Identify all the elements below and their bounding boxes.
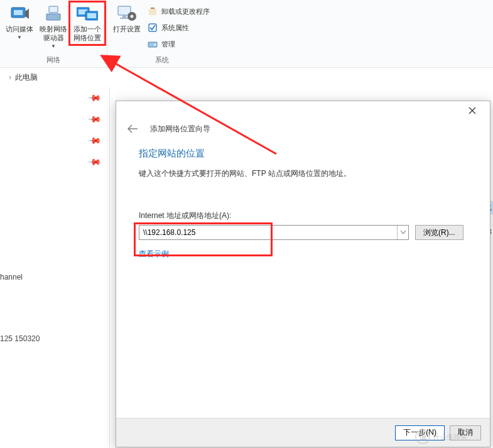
pin-icon: 📌 (87, 133, 109, 155)
wizard-dialog: 添加网络位置向导 指定网站的位置 键入这个快捷方式要打开的网站、FTP 站点或网… (116, 101, 490, 447)
dialog-title: 添加网络位置向导 (150, 124, 210, 134)
pin-icon: 📌 (87, 111, 109, 133)
manage-icon (148, 39, 158, 49)
ribbon-group-system: 打开设置 卸载或更改程序 系统属性 管理 系统 (107, 3, 216, 67)
svg-rect-8 (87, 13, 96, 18)
chevron-down-icon (401, 231, 406, 234)
network-drive-icon (44, 4, 63, 24)
chevron-down-icon: ▼ (17, 35, 22, 40)
svg-rect-3 (49, 6, 58, 13)
ribbon-group-system-label: 系统 (110, 54, 214, 67)
example-link[interactable]: 查看示例 (139, 249, 169, 258)
chevron-right-icon: › (9, 73, 11, 82)
settings-icon (117, 4, 137, 24)
ribbon-group-network: 访问媒体 ▼ 映射网络驱动器 ▼ 添加一个网络位置 网络 (0, 3, 107, 67)
close-icon (469, 107, 476, 114)
ribbon-map-drive-button[interactable]: 映射网络驱动器 ▼ (36, 3, 70, 50)
svg-rect-1 (14, 10, 23, 15)
svg-rect-10 (122, 15, 126, 18)
watermark-badge-icon: 值 (415, 429, 430, 444)
ribbon-open-settings-button[interactable]: 打开设置 (110, 3, 144, 35)
uninstall-icon (148, 6, 158, 16)
chevron-down-icon: ▼ (51, 43, 56, 49)
back-button[interactable] (126, 123, 139, 135)
pin-icon: 📌 (87, 154, 109, 176)
add-network-location-icon (77, 4, 98, 24)
combobox-dropdown-button[interactable] (397, 226, 408, 239)
sidebar-item-ip[interactable]: 125 150320 (0, 334, 40, 343)
media-icon (10, 4, 29, 24)
small-manage-button[interactable]: 管理 (148, 38, 210, 50)
small-properties-button[interactable]: 系统属性 (148, 21, 210, 34)
back-arrow-icon (127, 124, 138, 133)
address-input-label: Internet 地址或网络地址(A): (139, 210, 467, 221)
address-input[interactable] (139, 228, 397, 237)
ribbon-group-network-label: 网络 (3, 54, 104, 67)
dialog-heading: 指定网站的位置 (139, 148, 467, 160)
svg-rect-11 (120, 18, 129, 19)
svg-rect-14 (149, 9, 156, 15)
ribbon-access-media-button[interactable]: 访问媒体 ▼ (3, 3, 36, 41)
dialog-description: 键入这个快捷方式要打开的网站、FTP 站点或网络位置的地址。 (139, 168, 467, 179)
breadcrumb-this-pc[interactable]: 此电脑 (15, 72, 38, 83)
svg-point-13 (131, 15, 134, 18)
close-button[interactable] (460, 103, 485, 118)
svg-point-17 (154, 44, 156, 46)
pin-icon: 📌 (87, 90, 109, 112)
address-combobox[interactable] (139, 225, 409, 240)
ribbon-system-small-list: 卸载或更改程序 系统属性 管理 (144, 3, 214, 50)
browse-button[interactable]: 浏览(R)... (415, 225, 463, 240)
svg-point-4 (58, 16, 60, 18)
small-uninstall-button[interactable]: 卸载或更改程序 (148, 5, 210, 18)
breadcrumb[interactable]: › 此电脑 (0, 68, 493, 87)
checkbox-icon (148, 23, 158, 33)
sidebar-item-channel[interactable]: hannel (0, 273, 23, 281)
sidebar: 📌 📌 📌 📌 hannel 125 150320 (0, 87, 110, 448)
watermark: 值 什么值得买 (415, 428, 490, 445)
ribbon: 访问媒体 ▼ 映射网络驱动器 ▼ 添加一个网络位置 网络 (0, 0, 493, 68)
ribbon-add-network-location-button[interactable]: 添加一个网络位置 (70, 3, 104, 44)
